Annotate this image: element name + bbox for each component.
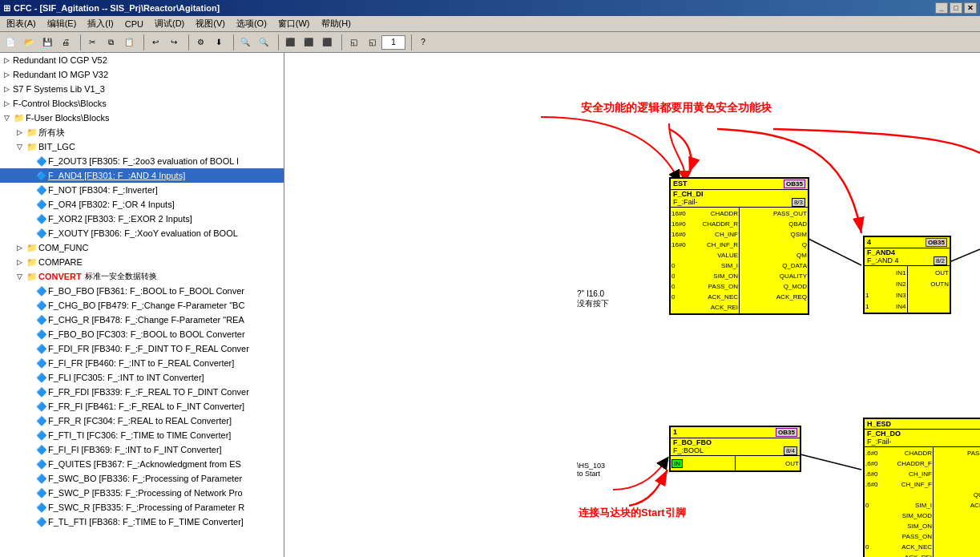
sidebar-item-ffrfi[interactable]: 🔷 F_FR_FI [FB461: F_:F_REAL to F_INT Con… (0, 399, 284, 414)
tb-zoom-in[interactable]: 🔍 (236, 34, 254, 51)
block-icon: 🔷 (35, 357, 48, 369)
sidebar-item-label: CONVERT (38, 272, 82, 281)
sidebar-item-label: F_2OUT3 [FB305: F_:2oo3 evaluation of BO… (48, 156, 239, 166)
sidebar-item-label: F_SWC_P [FB335: F_:Processing of Network… (48, 488, 243, 498)
est-name: EST (673, 180, 688, 188)
sidebar-item-fswcbo[interactable]: 🔷 F_SWC_BO [FB336: F_:Processing of Para… (0, 471, 284, 486)
tb-new[interactable]: 📄 (2, 34, 19, 51)
sidebar-item-ffrf[interactable]: 🔷 F_FR_R [FC304: F_:REAL to REAL Convert… (0, 414, 284, 428)
expand-icon (22, 357, 35, 369)
sidebar-item-io-mgp[interactable]: ▷ Redundant IO MGP V32 (0, 67, 284, 82)
hesd-line3: F_:Fail- (867, 438, 892, 446)
expand-icon: ▷ (13, 256, 26, 268)
sidebar-item-compare[interactable]: ▷ 📁 COMPARE (0, 255, 284, 269)
menu-debug[interactable]: 调试(D) (150, 16, 189, 31)
menu-help[interactable]: 帮助(H) (317, 16, 356, 31)
zoom-input[interactable] (381, 35, 405, 50)
sidebar-item-label: F_OR4 [FB302: F_:OR 4 Inputs] (48, 200, 175, 209)
maximize-button[interactable]: □ (950, 2, 962, 14)
sidebar-item-ffrfdi[interactable]: 🔷 F_FR_FDI [FB339: F_:F_REAL TO F_DINT C… (0, 385, 284, 399)
sidebar-item-fcontrol[interactable]: ▷ F-Control Blocks\Blocks (0, 96, 284, 111)
menu-edit[interactable]: 编辑(E) (42, 16, 82, 31)
tb-paste[interactable]: 📋 (120, 34, 138, 51)
sidebar-item-ftlfti[interactable]: 🔷 F_TL_FTI [FB368: F_:TIME to F_TIME Con… (0, 515, 284, 529)
menu-window[interactable]: 窗口(W) (273, 16, 315, 31)
sidebar-item-bitlgc[interactable]: ▽ 📁 BIT_LGC (0, 139, 284, 154)
expand-icon: ▽ (0, 111, 13, 124)
tb-download[interactable]: ⬇ (210, 34, 228, 51)
sidebar-item-ffifi[interactable]: 🔷 F_FI_FI [FB369: F_:INT to F_INT Conver… (0, 442, 284, 457)
sidebar-item-comfunc[interactable]: ▷ 📁 COM_FUNC (0, 240, 284, 255)
sidebar-item-label: 所有块 (38, 127, 65, 139)
sidebar-item-label: F_SWC_BO [FB336: F_:Processing of Parame… (48, 474, 242, 483)
sidebar-item-fxouty[interactable]: 🔷 F_XOUTY [FB306: F_:XooY evaluation of … (0, 226, 284, 240)
tb-b3[interactable]: ⬛ (318, 34, 336, 51)
menu-options[interactable]: 选项(O) (232, 16, 272, 31)
sidebar-item-fquites[interactable]: 🔷 F_QUITES [FB367: F_:Acknowledgment fro… (0, 457, 284, 471)
sidebar-item-ffifr[interactable]: 🔷 F_FI_FR [FB460: F_:INT to F_REAL Conve… (0, 356, 284, 370)
block-icon: 🔷 (35, 501, 48, 514)
sidebar-item-fnot[interactable]: 🔷 F_NOT [FB304: F_:Inverter] (0, 183, 284, 197)
sidebar-item-ffti[interactable]: 🔷 F_FTI_TI [FC306: F_:TIME to TIME Conve… (0, 428, 284, 442)
menu-cpu[interactable]: CPU (120, 18, 148, 30)
sidebar-item-io-cgp[interactable]: ▷ Redundant IO CGP V52 (0, 53, 284, 67)
est-ob35: OB35 (784, 180, 805, 188)
close-button[interactable]: ✕ (964, 2, 977, 14)
menu-view[interactable]: 视图(V) (191, 16, 230, 31)
sidebar-item-for4[interactable]: 🔷 F_OR4 [FB302: F_:OR 4 Inputs] (0, 197, 284, 212)
sidebar-item-fchgr[interactable]: 🔷 F_CHG_R [FB478: F_:Change F-Parameter … (0, 313, 284, 327)
est-line2: F_CH_DI (671, 190, 808, 198)
tb-undo[interactable]: ↩ (147, 34, 164, 51)
sidebar-item-fchgbo[interactable]: 🔷 F_CHG_BO [FB479: F_:Change F-Parameter… (0, 298, 284, 313)
sidebar-item-fswcp[interactable]: 🔷 F_SWC_P [FB335: F_:Processing of Netwo… (0, 486, 284, 500)
tb-open[interactable]: 📂 (20, 34, 38, 51)
tb-b4[interactable]: ◱ (345, 34, 362, 51)
sidebar-item-fswcr[interactable]: 🔷 F_SWC_R [FB335: F_:Processing of Param… (0, 500, 284, 515)
sidebar-item-label: F_CHG_R [FB478: F_:Change F-Parameter "R… (48, 315, 244, 325)
menu-chart[interactable]: 图表(A) (2, 16, 41, 31)
tb-save[interactable]: 💾 (38, 34, 56, 51)
sidebar-item-f2out3[interactable]: 🔷 F_2OUT3 [FB305: F_:2oo3 evaluation of … (0, 154, 284, 168)
block-icon: 🔷 (35, 515, 48, 528)
sidebar-item-convert[interactable]: ▽ 📁 CONVERT 标准一安全数据转换 (0, 269, 284, 284)
fand4-name: F_AND4 (865, 248, 950, 256)
fand4-fraction: 8/2 (934, 256, 947, 265)
tb-copy[interactable]: ⧉ (102, 34, 119, 51)
tb-redo[interactable]: ↪ (165, 34, 183, 51)
fand4-num: 4 (867, 238, 871, 247)
tb-cut[interactable]: ✂ (83, 34, 101, 51)
tb-b2[interactable]: ⬛ (300, 34, 317, 51)
expand-icon: ▽ (13, 270, 26, 283)
sidebar-item-s7f[interactable]: ▷ S7 F Systems Lib V1_3 (0, 82, 284, 96)
sidebar-item-fuser[interactable]: ▽ 📁 F-User Blocks\Blocks (0, 111, 284, 125)
sidebar-item-label: F_FI_FI [FB369: F_:INT to F_INT Converte… (48, 445, 222, 454)
block-icon: 🔷 (35, 443, 48, 456)
fbofbo-line3: F_:BOOL (673, 446, 704, 455)
folder-icon: 📁 (26, 126, 38, 139)
menu-insert[interactable]: 插入(I) (83, 16, 118, 31)
fand4-line3: F_:AND 4 (867, 256, 899, 265)
sidebar[interactable]: ▷ Redundant IO CGP V52 ▷ Redundant IO MG… (0, 53, 284, 557)
sidebar-item-ffbobo[interactable]: 🔷 F_FBO_BO [FC303: F_:BOOL to BOOL Conve… (0, 327, 284, 341)
minimize-button[interactable]: _ (935, 2, 948, 14)
tb-b1[interactable]: ⬛ (281, 34, 299, 51)
sidebar-item-ffli[interactable]: 🔷 F_FLI [FC305: F_:INT to INT Converter] (0, 370, 284, 385)
canvas-area[interactable]: 安全功能的逻辑都要用黄色安全功能块 ?" I16.0 没有按下 (284, 53, 980, 557)
tb-compile[interactable]: ⚙ (192, 34, 209, 51)
sidebar-item-allblocks[interactable]: ▷ 📁 所有块 (0, 125, 284, 139)
toolbar-sep-7 (408, 34, 412, 50)
tb-help[interactable]: ? (414, 34, 432, 51)
sidebar-item-fbofbo[interactable]: 🔷 F_BO_FBO [FB361: F_:BOOL to F_BOOL Con… (0, 284, 284, 298)
sidebar-item-ffdifr[interactable]: 🔷 F_FDI_FR [FB340: F_:F_DINT TO F_REAL C… (0, 341, 284, 356)
sidebar-item-fxor2[interactable]: 🔷 F_XOR2 [FB303: F_:EXOR 2 Inputs] (0, 212, 284, 226)
block-icon: 🔷 (35, 472, 48, 485)
tb-zoom-out[interactable]: 🔍 (255, 34, 272, 51)
title-buttons[interactable]: _ □ ✕ (935, 2, 977, 14)
expand-icon (22, 486, 35, 499)
fbofbo-num: 1 (673, 428, 677, 437)
annotation-top: 安全功能的逻辑都要用黄色安全功能块 (581, 101, 772, 115)
tb-print[interactable]: 🖨 (57, 34, 75, 51)
tb-b5[interactable]: ◱ (363, 34, 381, 51)
sidebar-item-fand4[interactable]: 🔷 F_AND4 [FB301: F_:AND 4 Inputs] (0, 168, 284, 183)
sidebar-item-label: COM_FUNC (38, 243, 88, 252)
